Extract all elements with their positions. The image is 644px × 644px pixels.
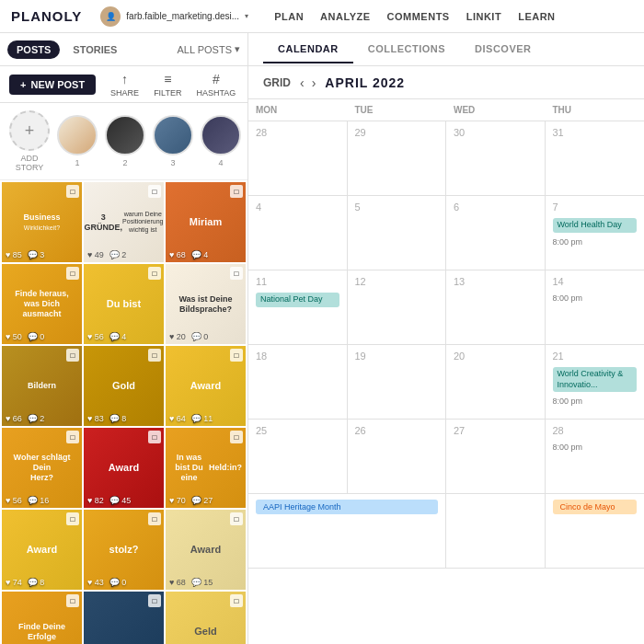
cal-cell-banner: AAPI Heritage Month	[248, 494, 446, 568]
cal-cell[interactable]: 18	[248, 345, 348, 419]
filter-icon: ≡	[164, 72, 171, 86]
avatar: 👤	[100, 6, 121, 27]
cal-cell[interactable]: 28 8:00 pm	[546, 420, 645, 493]
calendar-week: 18 19 20 21 World Creativity & Innovatio…	[248, 345, 644, 420]
cal-event-national-pet-day: National Pet Day	[256, 293, 339, 307]
nav-plan[interactable]: PLAN	[274, 11, 304, 22]
calendar-week: 28 29 30 31	[248, 121, 644, 196]
cinco-de-mayo-banner: Cinco de Mayo	[553, 500, 638, 514]
main-nav: PLAN ANALYZE COMMENTS LINKIT LEARN	[274, 11, 555, 22]
cal-cell[interactable]: 6	[446, 196, 546, 270]
grid-item[interactable]: stolz? ♥ 43💬 0 □	[84, 510, 164, 590]
posts-grid: BusinessWirklichkeit? ♥ 85💬 3 □ 3 GRÜNDE…	[0, 180, 247, 644]
main-layout: POSTS STORIES ALL POSTS ▾ + NEW POST ↑ S…	[0, 33, 644, 644]
cal-cell[interactable]: 11 National Pet Day	[248, 270, 348, 344]
cal-cell[interactable]: 5	[348, 196, 447, 270]
story-3[interactable]: 3	[153, 115, 193, 167]
account-name: farb.faible_marketing.desi...	[126, 11, 239, 21]
grid-item[interactable]: Award ♥ 64💬 11 □	[166, 346, 246, 426]
day-header-wed: WED	[446, 99, 546, 121]
event-time: 8:00 pm	[553, 237, 638, 247]
cal-cell[interactable]: 12	[348, 270, 447, 344]
cal-cell[interactable]: 4	[248, 196, 348, 270]
new-post-button[interactable]: + NEW POST	[9, 75, 96, 95]
left-panel: POSTS STORIES ALL POSTS ▾ + NEW POST ↑ S…	[0, 33, 248, 644]
story-2[interactable]: 2	[105, 115, 145, 167]
grid-item[interactable]: ♥ 61💬 3 □	[84, 592, 164, 644]
tab-calendar[interactable]: CALENDAR	[263, 36, 353, 63]
nav-linkit[interactable]: LINKIT	[466, 11, 501, 22]
calendar-tabs: CALENDAR COLLECTIONS DISCOVER	[248, 33, 644, 66]
cal-cell[interactable]: 20	[446, 345, 546, 419]
cal-event-world-creativity: World Creativity & Innovatio...	[553, 367, 638, 392]
calendar-week: 11 National Pet Day 12 13 14 8:00 pm	[248, 270, 644, 345]
grid-item[interactable]: Bildern ♥ 66💬 2 □	[2, 346, 82, 426]
day-headers: MON TUE WED THU	[248, 99, 644, 121]
day-header-thu: THU	[546, 99, 645, 121]
tab-posts[interactable]: POSTS	[7, 40, 60, 59]
cal-cell[interactable]: 21 World Creativity & Innovatio... 8:00 …	[546, 345, 645, 419]
add-story-circle: +	[9, 110, 50, 151]
cal-cell[interactable]: 31	[546, 121, 645, 195]
cal-cell[interactable]: 19	[348, 345, 447, 419]
cal-cell[interactable]: 14 8:00 pm	[546, 270, 645, 344]
hashtag-icon: #	[213, 72, 220, 86]
cal-cell-cinco: Cinco de Mayo	[546, 494, 645, 568]
cal-cell-empty	[446, 494, 546, 568]
hashtag-button[interactable]: # HASHTAG	[196, 72, 236, 98]
add-story-button[interactable]: + ADD STORY	[9, 110, 50, 172]
event-time: 8:00 pm	[553, 293, 638, 303]
posts-tabs: POSTS STORIES ALL POSTS ▾	[0, 33, 247, 66]
tab-discover[interactable]: DISCOVER	[460, 36, 546, 63]
nav-comments[interactable]: COMMENTS	[387, 11, 450, 22]
cal-event-world-health-day: World Health Day	[553, 218, 638, 233]
story-4[interactable]: 4	[201, 115, 241, 167]
grid-item[interactable]: BusinessWirklichkeit? ♥ 85💬 3 □	[2, 182, 82, 262]
next-month-button[interactable]: ›	[310, 75, 318, 90]
calendar-banners-row: AAPI Heritage Month Cinco de Mayo	[248, 494, 644, 569]
chevron-down-icon: ▾	[245, 12, 248, 20]
stories-row: + ADD STORY 1 2 3 4	[0, 103, 247, 180]
grid-item[interactable]: Gold ♥ 83💬 8 □	[84, 346, 164, 426]
grid-item[interactable]: Finde heraus,was Dichausmacht ♥ 50💬 0 □	[2, 264, 82, 344]
cal-cell[interactable]: 7 World Health Day 8:00 pm	[546, 196, 645, 270]
share-button[interactable]: ↑ SHARE	[110, 72, 139, 98]
grid-item[interactable]: In was bist Du eineHeld:in? ♥ 70💬 27 □	[166, 428, 246, 508]
filter-button[interactable]: ≡ FILTER	[154, 72, 181, 98]
grid-item[interactable]: Award ♥ 74💬 8 □	[2, 510, 82, 590]
day-header-mon: MON	[248, 99, 348, 121]
prev-month-button[interactable]: ‹	[298, 75, 306, 90]
grid-item[interactable]: Was ist DeineBildsprache? ♥ 20💬 0 □	[166, 264, 246, 344]
plus-icon: +	[20, 79, 26, 90]
event-time: 8:00 pm	[553, 397, 638, 406]
cal-cell[interactable]: 28	[248, 121, 348, 195]
grid-item[interactable]: Du bist ♥ 56💬 4 □	[84, 264, 164, 344]
tab-collections[interactable]: COLLECTIONS	[353, 36, 460, 63]
calendar-grid: MON TUE WED THU 28 29 30 31 4 5 6 7 Worl…	[248, 99, 644, 644]
aapi-heritage-month-banner: AAPI Heritage Month	[256, 500, 438, 514]
app-logo: PLANOLY	[11, 8, 82, 24]
top-nav: PLANOLY 👤 farb.faible_marketing.desi... …	[0, 0, 644, 33]
grid-item[interactable]: Geld ♥ 58💬 15 □	[166, 592, 246, 644]
grid-item[interactable]: Award ♥ 68💬 15 □	[166, 510, 246, 590]
grid-item[interactable]: 3 GRÜNDE,warum Deine Positionierungwicht…	[84, 182, 164, 262]
grid-item[interactable]: Finde DeineErfolge ♥ 41💬 0 □	[2, 592, 82, 644]
cal-cell[interactable]: 29	[348, 121, 447, 195]
grid-label: GRID	[263, 76, 291, 89]
tab-stories[interactable]: STORIES	[63, 40, 126, 59]
story-1[interactable]: 1	[57, 115, 98, 167]
nav-learn[interactable]: LEARN	[518, 11, 555, 22]
nav-arrows: ‹ ›	[298, 75, 317, 90]
cal-cell[interactable]: 27	[446, 420, 546, 493]
account-selector[interactable]: 👤 farb.faible_marketing.desi... ▾	[100, 6, 248, 27]
tab-all-posts[interactable]: ALL POSTS ▾	[177, 43, 240, 55]
share-icon: ↑	[121, 72, 128, 86]
grid-item[interactable]: Woher schlägt DeinHerz? ♥ 56💬 16 □	[2, 428, 82, 508]
cal-cell[interactable]: 13	[446, 270, 546, 344]
grid-item[interactable]: Miriam ♥ 68💬 4 □	[166, 182, 246, 262]
cal-cell[interactable]: 25	[248, 420, 348, 493]
cal-cell[interactable]: 26	[348, 420, 447, 493]
nav-analyze[interactable]: ANALYZE	[320, 11, 370, 22]
cal-cell[interactable]: 30	[446, 121, 546, 195]
grid-item[interactable]: Award ♥ 82💬 45 □	[84, 428, 164, 508]
